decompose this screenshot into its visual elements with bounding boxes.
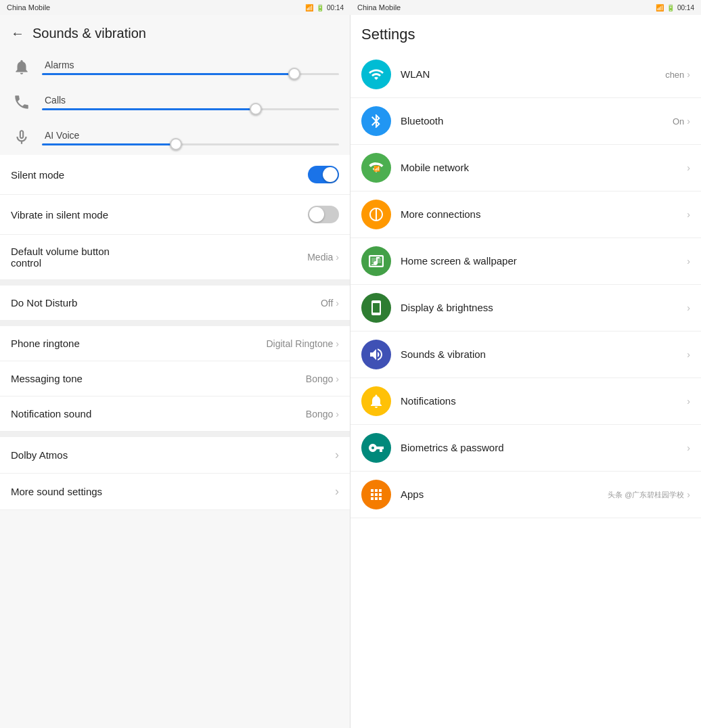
back-button[interactable]: ← — [11, 26, 24, 41]
mobile-network-chevron: › — [687, 162, 690, 173]
display-icon — [361, 293, 391, 323]
biometrics-info: Biometrics & password — [401, 442, 677, 454]
aivoice-label: AI Voice — [45, 130, 339, 141]
apps-info: Apps — [401, 488, 598, 501]
biometrics-item[interactable]: Biometrics & password › — [350, 425, 701, 472]
messaging-tone-value: Bongo › — [306, 373, 339, 384]
phone-ringtone-chevron: › — [336, 338, 339, 349]
dolby-label: Dolby Atmos — [11, 449, 68, 461]
divider-2 — [0, 321, 350, 326]
panel-title: Sounds & vibration — [32, 26, 146, 41]
more-connections-info: More connections — [401, 208, 677, 221]
apps-item[interactable]: Apps 头条 @广东碧桂园学校 › — [350, 472, 701, 518]
volume-button-chevron: › — [336, 252, 339, 263]
volume-button-text: Media — [307, 252, 333, 263]
sounds-item[interactable]: Sounds & vibration › — [350, 332, 701, 378]
notifications-item[interactable]: Notifications › — [350, 378, 701, 425]
apps-value: 头条 @广东碧桂园学校 › — [608, 489, 690, 500]
sounds-chevron: › — [687, 349, 690, 360]
notification-sound-row[interactable]: Notification sound Bongo › — [0, 396, 350, 432]
notifications-chevron: › — [687, 396, 690, 407]
status-icons-right: 📶🔋00:14 — [656, 4, 694, 12]
dolby-chevron: › — [335, 448, 339, 462]
apps-chevron: › — [687, 489, 690, 500]
alarms-volume-item: Alarms — [0, 49, 350, 85]
wlan-chevron: › — [687, 69, 690, 80]
main-content: ← Sounds & vibration Alarms — [0, 15, 701, 728]
wlan-value: chen › — [665, 69, 690, 80]
display-item[interactable]: Display & brightness › — [350, 285, 701, 332]
sounds-label: Sounds & vibration — [401, 348, 486, 360]
alarms-control: Alarms — [42, 60, 339, 75]
dolby-row[interactable]: Dolby Atmos › — [0, 437, 350, 474]
more-connections-label: More connections — [401, 208, 480, 220]
divider-3 — [0, 432, 350, 437]
messaging-tone-chevron: › — [336, 373, 339, 384]
mic-icon — [11, 127, 32, 148]
bluetooth-item[interactable]: Bluetooth On › — [350, 98, 701, 145]
homescreen-chevron: › — [687, 256, 690, 267]
dnd-label: Do Not Disturb — [11, 297, 77, 309]
silent-mode-row[interactable]: Silent mode — [0, 155, 350, 195]
notifications-info: Notifications — [401, 395, 677, 407]
phone-ringtone-value: Digital Ringtone › — [266, 338, 339, 349]
wlan-item[interactable]: WLAN chen › — [350, 51, 701, 98]
phone-ringtone-row[interactable]: Phone ringtone Digital Ringtone › — [0, 326, 350, 361]
sounds-value: › — [687, 349, 690, 360]
bluetooth-label: Bluetooth — [401, 115, 443, 127]
carrier-left: China Mobile — [7, 3, 50, 12]
left-panel: ← Sounds & vibration Alarms — [0, 15, 350, 728]
homescreen-label: Home screen & wallpaper — [401, 255, 517, 267]
call-icon — [11, 91, 32, 113]
notification-sound-text: Bongo — [306, 409, 333, 419]
silent-mode-label: Silent mode — [11, 169, 64, 181]
vibrate-silent-row[interactable]: Vibrate in silent mode — [0, 195, 350, 235]
vibrate-silent-toggle[interactable] — [308, 206, 339, 223]
volume-button-row[interactable]: Default volume buttoncontrol Media › — [0, 235, 350, 280]
notification-sound-label: Notification sound — [11, 408, 91, 419]
status-bar-left: China Mobile 📶🔋00:14 — [0, 0, 350, 15]
dnd-row[interactable]: Do Not Disturb Off › — [0, 286, 350, 321]
sound-icon — [361, 340, 391, 369]
vibrate-silent-label: Vibrate in silent mode — [11, 209, 108, 221]
display-chevron: › — [687, 302, 690, 313]
alarms-slider[interactable] — [42, 73, 339, 75]
messaging-tone-row[interactable]: Messaging tone Bongo › — [0, 361, 350, 396]
homescreen-item[interactable]: Home screen & wallpaper › — [350, 238, 701, 285]
bluetooth-icon — [361, 106, 391, 136]
silent-mode-toggle[interactable] — [308, 166, 339, 183]
aivoice-slider[interactable] — [42, 143, 339, 145]
biometrics-value: › — [687, 442, 690, 453]
aivoice-control: AI Voice — [42, 130, 339, 145]
biometrics-label: Biometrics & password — [401, 442, 504, 453]
biometrics-chevron: › — [687, 442, 690, 453]
display-label: Display & brightness — [401, 302, 493, 313]
alarm-icon — [11, 56, 32, 78]
messaging-tone-label: Messaging tone — [11, 373, 83, 384]
dnd-chevron: › — [336, 298, 339, 309]
status-icons-left: 📶🔋00:14 — [305, 4, 344, 12]
dnd-value: Off › — [321, 298, 339, 309]
homescreen-value: › — [687, 256, 690, 267]
homescreen-icon — [361, 246, 391, 276]
wlan-status: chen — [665, 70, 684, 80]
apps-label: Apps — [401, 488, 424, 500]
sounds-info: Sounds & vibration — [401, 348, 677, 361]
more-connections-item[interactable]: More connections › — [350, 191, 701, 238]
apps-icon — [361, 480, 391, 509]
more-connections-value: › — [687, 209, 690, 220]
mobile-network-label: Mobile network — [401, 162, 469, 173]
phone-ringtone-label: Phone ringtone — [11, 338, 80, 349]
watermark-text: 头条 @广东碧桂园学校 — [608, 490, 684, 500]
divider-1 — [0, 280, 350, 286]
notifications-label: Notifications — [401, 395, 456, 407]
more-sound-row[interactable]: More sound settings › — [0, 474, 350, 510]
bluetooth-info: Bluetooth — [401, 115, 663, 127]
more-connections-chevron: › — [687, 209, 690, 220]
homescreen-info: Home screen & wallpaper — [401, 255, 677, 267]
calls-slider[interactable] — [42, 108, 339, 110]
svg-text:📶: 📶 — [374, 165, 380, 172]
calls-volume-item: Calls — [0, 85, 350, 120]
volume-button-label: Default volume buttoncontrol — [11, 246, 110, 269]
mobile-network-item[interactable]: 📶 Mobile network › — [350, 145, 701, 191]
